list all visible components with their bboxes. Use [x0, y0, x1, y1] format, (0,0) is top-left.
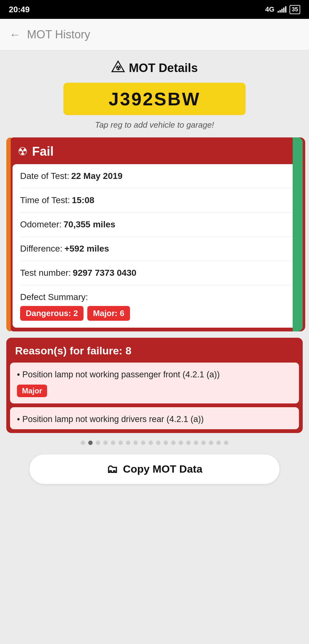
dot-5	[118, 441, 123, 445]
dot-17	[209, 441, 213, 445]
hazard-icon: ☢	[111, 60, 125, 76]
status-bar: 20:49 4G 35	[0, 0, 309, 19]
reasons-card: Reason(s) for failure: 8 • Position lamp…	[6, 338, 303, 433]
dot-19	[224, 441, 228, 445]
dot-1	[88, 441, 93, 445]
cards-wrapper: ☢ Fail Date of Test: 22 May 2019 Time of…	[6, 137, 303, 433]
nav-title: MOT History	[27, 28, 90, 41]
mot-title-text: MOT Details	[129, 61, 198, 75]
copy-icon: 🗂	[106, 463, 118, 476]
badge-major: Major: 6	[87, 306, 130, 321]
fail-details: Date of Test: 22 May 2019 Time of Test: …	[13, 164, 301, 328]
defect-summary-label: Defect Summary:	[20, 292, 88, 302]
odometer-value: 70,355 miles	[63, 219, 115, 230]
fail-card: ☢ Fail Date of Test: 22 May 2019 Time of…	[9, 137, 305, 331]
copy-mot-button[interactable]: 🗂 Copy MOT Data	[30, 454, 279, 484]
dot-15	[194, 441, 198, 445]
reg-plate[interactable]: J392SBW	[63, 83, 246, 115]
dot-18	[216, 441, 221, 445]
fail-header: ☢ Fail	[9, 137, 305, 164]
dot-6	[126, 441, 130, 445]
dot-11	[164, 441, 168, 445]
dot-0	[81, 441, 85, 445]
copy-label: Copy MOT Data	[123, 463, 202, 475]
dot-3	[103, 441, 108, 445]
copy-btn-container: 🗂 Copy MOT Data	[6, 451, 303, 493]
reason-item-2-partial: • Position lamp not working drivers rear…	[10, 407, 299, 429]
test-number-value: 9297 7373 0430	[73, 268, 136, 278]
reason-badge-1: Major	[17, 385, 47, 397]
orange-bar	[6, 137, 11, 331]
back-button[interactable]: ←	[9, 28, 21, 41]
defect-badges: Dangerous: 2 Major: 6	[20, 306, 130, 321]
svg-text:☢: ☢	[116, 64, 121, 71]
reason-text-2-partial: • Position lamp not working drivers rear…	[17, 414, 292, 425]
tap-hint: Tap reg to add vehicle to garage!	[95, 120, 214, 130]
reason-text-1: • Position lamp not working passenger fr…	[17, 369, 292, 381]
test-number-label: Test number:	[20, 268, 71, 278]
difference-row: Difference: +592 miles	[20, 237, 294, 261]
mot-header: ☢ MOT Details	[111, 60, 198, 76]
defect-summary-row: Defect Summary: Dangerous: 2 Major: 6	[20, 285, 294, 328]
time-row: Time of Test: 15:08	[20, 188, 294, 213]
dot-2	[96, 441, 100, 445]
main-content: ☢ MOT Details J392SBW Tap reg to add veh…	[0, 50, 309, 644]
dot-16	[201, 441, 206, 445]
dot-9	[149, 441, 153, 445]
nav-bar: ← MOT History	[0, 19, 309, 50]
reasons-header: Reason(s) for failure: 8	[6, 338, 303, 363]
date-value: 22 May 2019	[71, 171, 122, 181]
difference-value: +592 miles	[64, 244, 109, 254]
next-card-peek	[293, 137, 303, 331]
mot-header-title: ☢ MOT Details	[111, 60, 198, 76]
dot-8	[141, 441, 145, 445]
dot-14	[186, 441, 191, 445]
fail-result-label: Fail	[32, 144, 54, 158]
pagination-dots	[81, 441, 228, 445]
odometer-row: Odometer: 70,355 miles	[20, 213, 294, 237]
odometer-label: Odometer:	[20, 219, 62, 230]
badge-dangerous: Dangerous: 2	[20, 306, 84, 321]
dot-7	[133, 441, 138, 445]
fail-hazard-icon: ☢	[18, 145, 28, 158]
battery-level: 35	[292, 6, 298, 13]
test-number-row: Test number: 9297 7373 0430	[20, 261, 294, 285]
fail-card-row: ☢ Fail Date of Test: 22 May 2019 Time of…	[6, 137, 303, 331]
battery-icon: 35	[290, 5, 300, 14]
status-right: 4G 35	[265, 5, 300, 14]
date-row: Date of Test: 22 May 2019	[20, 164, 294, 188]
time-value: 15:08	[72, 195, 95, 205]
dot-13	[179, 441, 183, 445]
date-label: Date of Test:	[20, 171, 69, 181]
difference-label: Difference:	[20, 244, 62, 254]
network-label: 4G	[265, 5, 274, 14]
time-label: Time of Test:	[20, 195, 70, 205]
dot-12	[171, 441, 176, 445]
dot-10	[156, 441, 160, 445]
reason-item-1: • Position lamp not working passenger fr…	[10, 363, 299, 403]
dot-4	[111, 441, 115, 445]
status-time: 20:49	[9, 5, 30, 14]
signal-icon	[278, 6, 286, 13]
